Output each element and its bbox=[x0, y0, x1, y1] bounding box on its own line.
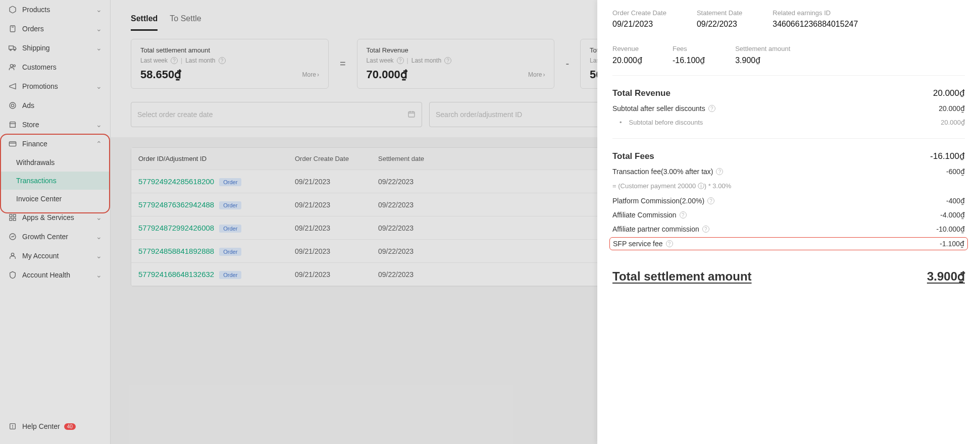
last-month-label: Last month bbox=[411, 57, 441, 64]
info-icon[interactable]: ? bbox=[171, 57, 178, 64]
box-icon bbox=[8, 5, 17, 14]
sidebar-item-products[interactable]: Products ⌄ bbox=[0, 0, 110, 19]
sidebar-item-health[interactable]: Account Health ⌄ bbox=[0, 265, 110, 285]
total-value: 3.900₫ bbox=[927, 269, 965, 284]
row-value: 20.000₫ bbox=[939, 104, 965, 113]
order-id-link[interactable]: 577924168648132632 bbox=[138, 270, 214, 279]
minus-sign: - bbox=[565, 58, 569, 70]
field-label: Statement Date bbox=[697, 9, 742, 17]
svg-point-17 bbox=[13, 427, 13, 428]
sidebar-item-label: Shipping bbox=[22, 44, 50, 52]
svg-point-7 bbox=[11, 104, 14, 106]
affiliate-commission-row: Affiliate Commission? -4.000₫ bbox=[612, 208, 965, 222]
cell-settle-date: 09/22/2023 bbox=[378, 201, 461, 209]
cell-create-date: 09/21/2023 bbox=[295, 270, 378, 279]
info-icon[interactable]: ? bbox=[716, 168, 723, 175]
help-icon bbox=[8, 422, 17, 431]
order-tag: Order bbox=[219, 271, 241, 279]
sidebar-item-label: Account Health bbox=[22, 271, 70, 279]
chevron-down-icon: ⌄ bbox=[96, 233, 102, 241]
svg-rect-9 bbox=[9, 142, 16, 146]
chevron-down-icon: ⌄ bbox=[96, 252, 102, 260]
person-icon bbox=[8, 251, 17, 260]
transaction-fee-note: = (Customer payment 20000 ⓘ) * 3.00% bbox=[612, 179, 965, 194]
row-value: -400₫ bbox=[946, 197, 965, 205]
last-week-label: Last week bbox=[140, 57, 168, 64]
sidebar-item-finance[interactable]: Finance ⌃ bbox=[0, 134, 110, 153]
sidebar-item-apps[interactable]: Apps & Services ⌄ bbox=[0, 208, 110, 227]
equals-sign: = bbox=[340, 58, 346, 70]
last-week-label: Last week bbox=[367, 57, 394, 64]
more-link[interactable]: More› bbox=[302, 71, 319, 78]
platform-commission-row: Platform Commission(2.00%)? -400₫ bbox=[612, 194, 965, 208]
row-label: Platform Commission(2.00%)? bbox=[612, 197, 714, 205]
order-tag: Order bbox=[219, 225, 241, 233]
sidebar-item-label: My Account bbox=[22, 252, 59, 260]
order-id-link[interactable]: 577924876362942488 bbox=[138, 200, 214, 209]
field-label: Fees bbox=[673, 45, 705, 52]
row-label: Subtotal after seller discounts? bbox=[612, 104, 715, 113]
sidebar-item-invoice-center[interactable]: Invoice Center bbox=[0, 190, 110, 208]
detail-header-row1: Order Create Date 09/21/2023 Statement D… bbox=[612, 9, 965, 38]
svg-rect-13 bbox=[13, 218, 16, 220]
row-value: 20.000₫ bbox=[941, 119, 965, 126]
more-link[interactable]: More› bbox=[528, 71, 545, 78]
cell-settle-date: 09/22/2023 bbox=[378, 178, 461, 186]
help-center-link[interactable]: Help Center 40 bbox=[0, 418, 111, 435]
grid-icon bbox=[8, 213, 17, 222]
info-icon[interactable]: ? bbox=[666, 240, 673, 247]
sidebar-item-account[interactable]: My Account ⌄ bbox=[0, 246, 110, 265]
sidebar-item-growth[interactable]: Growth Center ⌄ bbox=[0, 227, 110, 246]
cell-settle-date: 09/22/2023 bbox=[378, 247, 461, 255]
svg-rect-8 bbox=[10, 124, 16, 127]
info-icon[interactable]: ? bbox=[444, 57, 451, 64]
sidebar-item-label: Withdrawals bbox=[16, 158, 55, 166]
field-value: 3460661236884015247 bbox=[772, 20, 858, 29]
sidebar-item-customers[interactable]: Customers bbox=[0, 58, 110, 77]
stat-value: 70.000₫ bbox=[367, 68, 407, 81]
col-id: Order ID/Adjustment ID bbox=[138, 155, 295, 162]
chevron-down-icon: ⌄ bbox=[96, 213, 102, 221]
date-filter[interactable]: Select order create date bbox=[131, 102, 422, 127]
order-id-link[interactable]: 577924858841892888 bbox=[138, 247, 214, 255]
sidebar-item-ads[interactable]: Ads bbox=[0, 96, 110, 115]
sidebar-item-label: Orders bbox=[22, 25, 44, 33]
shield-icon bbox=[8, 270, 17, 280]
growth-icon bbox=[8, 232, 17, 241]
stat-value: 58.650₫ bbox=[140, 68, 181, 81]
cell-create-date: 09/21/2023 bbox=[295, 247, 378, 255]
row-label: Subtotal before discounts bbox=[612, 119, 703, 126]
field-value: -16.100₫ bbox=[673, 56, 705, 65]
info-icon[interactable]: ? bbox=[708, 105, 715, 112]
target-icon bbox=[8, 101, 17, 110]
stat-settlement: Total settlement amount Last week ? | La… bbox=[131, 39, 329, 89]
sidebar-item-withdrawals[interactable]: Withdrawals bbox=[0, 153, 110, 172]
field-settlement: Settlement amount 3.900₫ bbox=[735, 45, 790, 65]
sidebar-item-promotions[interactable]: Promotions ⌄ bbox=[0, 77, 110, 96]
revenue-section: Total Revenue 20.000₫ Subtotal after sel… bbox=[612, 76, 965, 139]
sidebar-item-shipping[interactable]: Shipping ⌄ bbox=[0, 38, 110, 58]
info-icon[interactable]: ? bbox=[397, 57, 404, 64]
help-center-label: Help Center bbox=[22, 422, 60, 430]
chevron-down-icon: ⌄ bbox=[96, 82, 102, 90]
info-icon[interactable]: ? bbox=[707, 197, 714, 204]
cell-create-date: 09/21/2023 bbox=[295, 178, 378, 186]
order-tag: Order bbox=[219, 178, 241, 186]
col-settle: Settlement date bbox=[378, 155, 461, 162]
calendar-icon bbox=[407, 110, 416, 120]
sidebar-item-orders[interactable]: Orders ⌄ bbox=[0, 19, 110, 38]
order-id-link[interactable]: 577924924285618200 bbox=[138, 177, 214, 186]
chevron-right-icon: › bbox=[317, 71, 319, 78]
sidebar-item-transactions[interactable]: Transactions bbox=[0, 172, 110, 190]
info-icon[interactable]: ? bbox=[219, 57, 226, 64]
sidebar-item-store[interactable]: Store ⌄ bbox=[0, 115, 110, 134]
sidebar-item-label: Customers bbox=[22, 63, 57, 71]
field-value: 09/21/2023 bbox=[612, 20, 666, 29]
svg-point-3 bbox=[14, 49, 16, 51]
order-id-link[interactable]: 577924872992426008 bbox=[138, 224, 214, 232]
fees-section: Total Fees -16.100₫ Transaction fee(3.00… bbox=[612, 139, 965, 260]
info-icon[interactable]: ? bbox=[680, 211, 687, 218]
info-icon[interactable]: ? bbox=[702, 226, 709, 233]
tab-to-settle[interactable]: To Settle bbox=[170, 14, 201, 31]
tab-settled[interactable]: Settled bbox=[131, 14, 158, 31]
